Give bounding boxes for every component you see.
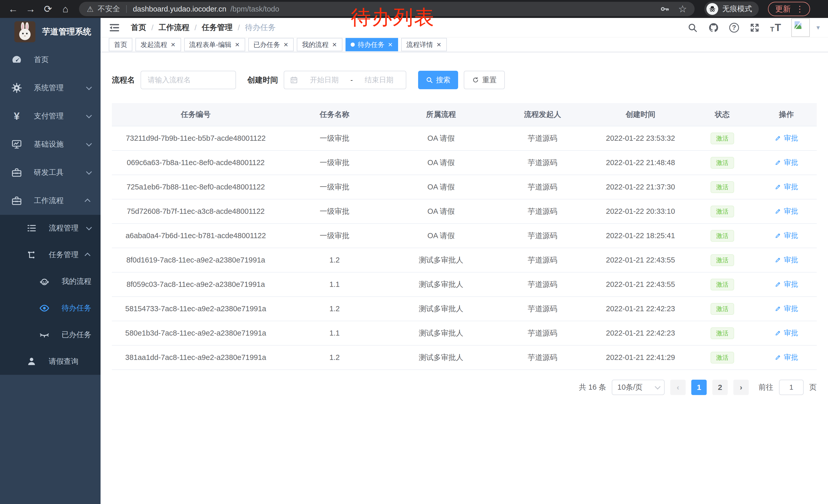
sidebar-item-todo-tasks[interactable]: 待办任务 — [0, 295, 100, 321]
goto-page-input[interactable] — [779, 380, 803, 395]
close-icon[interactable]: × — [283, 41, 289, 48]
workflow-submenu: 流程管理 任务管理 我的流程 待办任务 — [0, 215, 100, 375]
close-icon[interactable]: × — [235, 41, 240, 48]
table-row: 58154733-7ac8-11ec-a9e2-a2380e71991a 1.2… — [112, 296, 817, 321]
tab[interactable]: 流程表单-编辑 × — [184, 38, 245, 51]
approve-link[interactable]: 审批 — [775, 353, 798, 362]
sidebar-item-infrastructure[interactable]: 基础设施 — [0, 130, 100, 158]
close-icon[interactable]: × — [387, 41, 393, 48]
password-key-icon[interactable] — [660, 4, 669, 14]
close-icon[interactable]: × — [332, 41, 337, 48]
sidebar-item-leave-query[interactable]: 请假查询 — [0, 348, 100, 375]
status-badge: 激活 — [710, 327, 734, 339]
cell-task-id: 75d72608-7b7f-11ec-a3c8-acde48001122 — [112, 199, 280, 224]
page-button-2[interactable]: 2 — [712, 380, 728, 395]
sidebar-item-payment[interactable]: ¥ 支付管理 — [0, 102, 100, 130]
chevron-up-icon — [85, 199, 90, 204]
reset-button[interactable]: 重置 — [464, 71, 505, 89]
avatar[interactable] — [791, 18, 810, 37]
tab-label: 我的流程 — [302, 40, 329, 49]
cell-created: 2022-01-21 22:42:23 — [592, 321, 689, 345]
next-page-button[interactable]: › — [733, 380, 749, 395]
approve-link[interactable]: 审批 — [775, 158, 798, 168]
avatar-caret-down-icon[interactable]: ▾ — [817, 24, 820, 32]
sidebar-item-label: 基础设施 — [34, 139, 64, 149]
cell-process: OA 请假 — [389, 126, 493, 150]
goto-label: 前往 — [758, 382, 773, 393]
browser-forward-button[interactable]: → — [23, 2, 38, 16]
sidebar-item-label: 我的流程 — [61, 276, 91, 287]
sidebar-item-dev-tools[interactable]: 研发工具 — [0, 158, 100, 187]
github-icon[interactable] — [708, 22, 719, 33]
browser-menu-icon[interactable]: ⋮ — [796, 4, 804, 14]
tab[interactable]: 首页 — [109, 38, 132, 51]
cell-task-name: 一级审批 — [280, 199, 389, 224]
sidebar-item-home[interactable]: 首页 — [0, 46, 100, 74]
cell-starter: 芋道源码 — [493, 248, 592, 272]
approve-link[interactable]: 审批 — [775, 255, 798, 265]
sidebar-item-process-management[interactable]: 流程管理 — [0, 215, 100, 241]
close-icon[interactable]: × — [436, 41, 442, 48]
chevron-down-icon — [86, 84, 92, 90]
refresh-icon — [472, 77, 479, 84]
sidebar-item-system[interactable]: 系统管理 — [0, 74, 100, 102]
search-icon — [426, 77, 433, 84]
browser-update-button[interactable]: 更新 ⋮ — [768, 2, 810, 16]
sidebar-item-my-process[interactable]: 我的流程 — [0, 268, 100, 295]
tab-label: 发起流程 — [140, 40, 167, 49]
breadcrumb-task-management[interactable]: 任务管理 — [202, 22, 233, 33]
approve-link[interactable]: 审批 — [775, 231, 798, 240]
app-logo-row[interactable]: 芋道管理系统 — [0, 18, 100, 46]
edit-pencil-icon — [775, 184, 781, 190]
approve-link[interactable]: 审批 — [775, 133, 798, 143]
incognito-label: 无痕模式 — [722, 4, 752, 14]
status-badge: 激活 — [710, 205, 734, 217]
approve-link[interactable]: 审批 — [775, 182, 798, 192]
cell-process: OA 请假 — [389, 150, 493, 175]
sidebar-item-workflow[interactable]: 工作流程 — [0, 187, 100, 215]
approve-link[interactable]: 审批 — [775, 328, 798, 338]
sidebar-item-done-tasks[interactable]: 已办任务 — [0, 321, 100, 348]
tab[interactable]: 已办任务 × — [248, 38, 294, 51]
process-name-input[interactable] — [140, 71, 236, 89]
help-question-icon[interactable]: ? — [729, 23, 739, 33]
date-range-picker[interactable]: 开始日期 - 结束日期 — [284, 71, 406, 89]
approve-link[interactable]: 审批 — [775, 304, 798, 314]
search-button[interactable]: 搜索 — [418, 71, 458, 89]
browser-home-button[interactable]: ⌂ — [58, 2, 73, 16]
search-icon[interactable] — [687, 22, 698, 33]
tab[interactable]: 发起流程 × — [135, 38, 181, 51]
cell-status: 激活 — [689, 199, 756, 224]
cell-created: 2022-01-22 21:48:48 — [592, 150, 689, 175]
font-size-icon[interactable]: TT — [770, 22, 781, 33]
page-button-1[interactable]: 1 — [691, 380, 707, 395]
tab[interactable]: 待办任务 × — [345, 38, 398, 51]
tab-label: 流程表单-编辑 — [189, 40, 232, 49]
prev-page-button[interactable]: ‹ — [670, 380, 686, 395]
browser-back-button[interactable]: ← — [6, 2, 20, 16]
cell-starter: 芋道源码 — [493, 345, 592, 370]
breadcrumb-home[interactable]: 首页 — [131, 22, 146, 33]
cell-process: 测试多审批人 — [389, 345, 493, 370]
tab[interactable]: 流程详情 × — [401, 38, 447, 51]
sidebar-collapse-icon[interactable] — [109, 22, 120, 33]
page-size-select[interactable]: 10条/页 — [612, 380, 665, 395]
cell-created: 2022-01-21 22:42:23 — [592, 296, 689, 321]
cell-task-name: 1.1 — [280, 272, 389, 296]
table-row: 75d72608-7b7f-11ec-a3c8-acde48001122 一级审… — [112, 199, 817, 224]
cell-starter: 芋道源码 — [493, 199, 592, 224]
fullscreen-icon[interactable] — [749, 22, 760, 33]
table-row: 8f0d1619-7ac8-11ec-a9e2-a2380e71991a 1.2… — [112, 248, 817, 272]
browser-reload-button[interactable]: ⟳ — [41, 2, 55, 16]
tab[interactable]: 我的流程 × — [297, 38, 342, 51]
cell-task-name: 1.2 — [280, 248, 389, 272]
tasks-table: 任务编号 任务名称 所属流程 流程发起人 创建时间 状态 操作 73211d9d… — [112, 103, 817, 370]
close-icon[interactable]: × — [170, 41, 176, 48]
cell-task-id: 58154733-7ac8-11ec-a9e2-a2380e71991a — [112, 296, 280, 321]
sidebar-item-task-management[interactable]: 任务管理 — [0, 241, 100, 268]
tab-label: 已办任务 — [253, 40, 280, 49]
approve-link[interactable]: 审批 — [775, 279, 798, 289]
bookmark-star-icon[interactable]: ☆ — [678, 3, 687, 15]
breadcrumb-workflow[interactable]: 工作流程 — [159, 22, 189, 33]
approve-link[interactable]: 审批 — [775, 207, 798, 216]
